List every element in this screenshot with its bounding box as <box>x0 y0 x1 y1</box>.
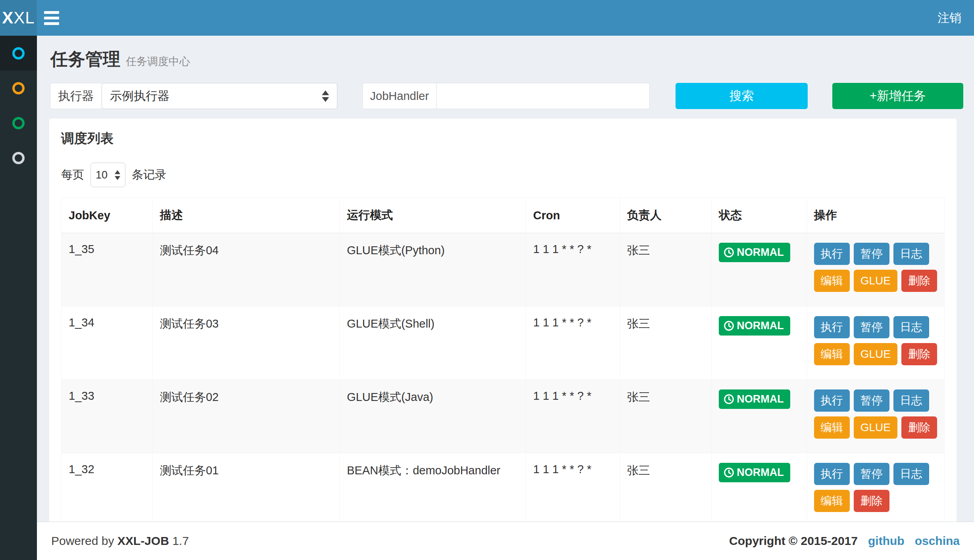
executor-filter-group: 执行器 示例执行器 <box>50 83 337 109</box>
cron-cell: 1 1 1 * * ? * <box>526 453 620 527</box>
cron-cell: 1 1 1 * * ? * <box>526 380 620 453</box>
owner-cell: 张三 <box>620 453 712 527</box>
footer-powered: Powered by XXL-JOB 1.7 <box>51 534 189 548</box>
log-button[interactable]: 日志 <box>893 243 929 265</box>
sidebar <box>0 36 37 560</box>
select-arrows-icon <box>322 90 329 102</box>
logout-link[interactable]: 注销 <box>937 10 961 26</box>
jobkey-cell: 1_34 <box>62 307 153 380</box>
search-button[interactable]: 搜索 <box>676 83 808 109</box>
page-size-value: 10 <box>96 169 108 181</box>
page-size-select[interactable]: 10 <box>90 163 125 187</box>
top-navbar: XXL 注销 <box>0 0 974 36</box>
powered-prefix: Powered by <box>51 534 114 547</box>
page-size-suffix: 条记录 <box>132 167 166 183</box>
jobhandler-input[interactable] <box>437 83 650 109</box>
delete-button[interactable]: 删除 <box>901 270 937 292</box>
page-size-prefix: 每页 <box>61 167 84 183</box>
page-title: 任务管理 <box>50 49 120 69</box>
log-button[interactable]: 日志 <box>893 316 929 338</box>
circle-o-icon <box>12 152 25 164</box>
status-badge: NORMAL <box>719 463 790 482</box>
actions-cell: 执行暂停日志编辑GLUE删除 <box>807 380 944 453</box>
log-button[interactable]: 日志 <box>893 389 929 412</box>
select-arrows-icon <box>115 170 120 180</box>
column-header: 描述 <box>152 198 339 233</box>
jobkey-cell: 1_32 <box>62 453 153 527</box>
executor-label: 执行器 <box>50 83 102 109</box>
copyright-text: Copyright © 2015-2017 <box>729 534 858 548</box>
table-row: 1_34测试任务03GLUE模式(Shell)1 1 1 * * ? *张三NO… <box>62 307 945 380</box>
footer: Powered by XXL-JOB 1.7 Copyright © 2015-… <box>37 522 974 560</box>
edit-button[interactable]: 编辑 <box>814 416 850 439</box>
run-button[interactable]: 执行 <box>814 243 850 265</box>
table-row: 1_33测试任务02GLUE模式(Java)1 1 1 * * ? *张三NOR… <box>62 380 945 453</box>
sidebar-item-2[interactable] <box>0 71 37 105</box>
desc-cell: 测试任务03 <box>152 307 339 380</box>
clock-icon <box>724 247 734 258</box>
page-size-control: 每页 10 条记录 <box>61 163 945 187</box>
mode-cell: GLUE模式(Java) <box>339 380 525 453</box>
status-cell: NORMAL <box>712 307 807 380</box>
column-header: 操作 <box>807 198 944 233</box>
executor-select[interactable]: 示例执行器 <box>102 83 337 109</box>
edit-button[interactable]: 编辑 <box>814 343 850 365</box>
github-link[interactable]: github <box>868 534 905 548</box>
glue-button[interactable]: GLUE <box>854 416 897 439</box>
status-badge: NORMAL <box>719 243 790 262</box>
owner-cell: 张三 <box>620 233 712 307</box>
content-area: 任务管理任务调度中心 执行器 示例执行器 JobHandler 搜索 +新增任务… <box>37 36 974 560</box>
circle-o-icon <box>12 117 25 129</box>
add-job-button[interactable]: +新增任务 <box>832 83 963 109</box>
page-subtitle: 任务调度中心 <box>126 56 190 67</box>
pause-button[interactable]: 暂停 <box>854 316 889 338</box>
executor-select-value: 示例执行器 <box>110 88 169 104</box>
job-table: JobKey描述运行模式Cron负责人状态操作 1_35测试任务04GLUE模式… <box>61 198 945 527</box>
sidebar-toggle-icon[interactable] <box>37 0 66 36</box>
mode-cell: GLUE模式(Shell) <box>339 307 525 380</box>
sidebar-item-3[interactable] <box>0 105 37 140</box>
pause-button[interactable]: 暂停 <box>854 463 889 485</box>
status-badge: NORMAL <box>719 389 790 409</box>
run-button[interactable]: 执行 <box>814 389 850 412</box>
app-logo[interactable]: XXL <box>0 0 37 36</box>
owner-cell: 张三 <box>620 307 712 380</box>
delete-button[interactable]: 删除 <box>901 416 937 439</box>
column-header: 状态 <box>712 198 807 233</box>
status-cell: NORMAL <box>712 453 807 527</box>
column-header: JobKey <box>62 198 153 233</box>
run-button[interactable]: 执行 <box>814 463 850 485</box>
edit-button[interactable]: 编辑 <box>814 490 850 512</box>
table-row: 1_32测试任务01BEAN模式：demoJobHandler1 1 1 * *… <box>62 453 945 527</box>
app-logo-rest: XL <box>13 8 35 27</box>
edit-button[interactable]: 编辑 <box>814 270 850 292</box>
glue-button[interactable]: GLUE <box>854 270 897 292</box>
schedule-list-panel: 调度列表 每页 10 条记录 JobKey描述运行模式Cron负责人状态操作 1… <box>49 119 957 560</box>
page-header: 任务管理任务调度中心 <box>37 36 974 79</box>
clock-icon <box>724 394 734 405</box>
sidebar-item-4[interactable] <box>0 140 37 175</box>
desc-cell: 测试任务04 <box>152 233 339 307</box>
pause-button[interactable]: 暂停 <box>854 389 889 412</box>
table-row: 1_35测试任务04GLUE模式(Python)1 1 1 * * ? *张三N… <box>62 233 945 307</box>
jobkey-cell: 1_35 <box>62 233 153 307</box>
column-header: Cron <box>526 198 620 233</box>
sidebar-item-1[interactable] <box>0 36 37 71</box>
delete-button[interactable]: 删除 <box>901 343 937 365</box>
filter-toolbar: 执行器 示例执行器 JobHandler 搜索 +新增任务 <box>50 83 974 109</box>
product-name: XXL-JOB <box>117 534 169 547</box>
cron-cell: 1 1 1 * * ? * <box>526 307 620 380</box>
run-button[interactable]: 执行 <box>814 316 850 338</box>
jobkey-cell: 1_33 <box>62 380 153 453</box>
footer-copyright: Copyright © 2015-2017 github oschina <box>729 534 960 548</box>
circle-o-icon <box>12 47 25 59</box>
clock-icon <box>724 320 734 331</box>
pause-button[interactable]: 暂停 <box>854 243 889 265</box>
column-header: 负责人 <box>620 198 712 233</box>
glue-button[interactable]: GLUE <box>854 343 897 365</box>
cron-cell: 1 1 1 * * ? * <box>526 233 620 307</box>
delete-button[interactable]: 删除 <box>854 490 889 512</box>
oschina-link[interactable]: oschina <box>915 534 960 548</box>
desc-cell: 测试任务02 <box>152 380 339 453</box>
log-button[interactable]: 日志 <box>893 463 929 485</box>
